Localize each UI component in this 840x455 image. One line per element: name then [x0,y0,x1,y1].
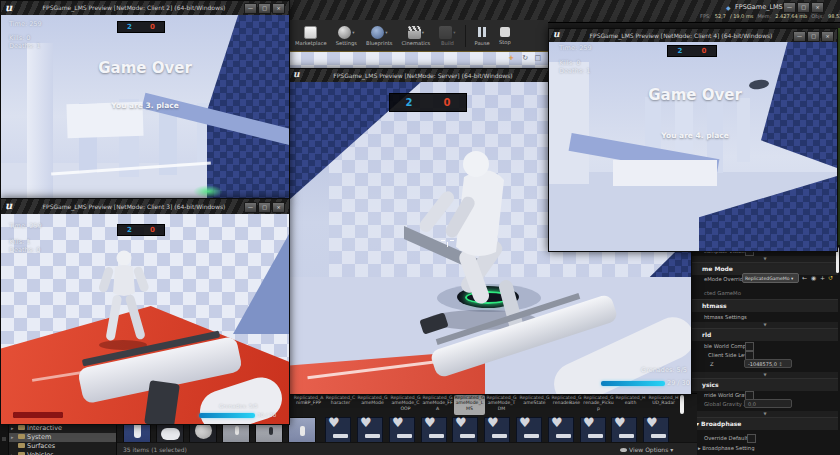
broadphase-section-header[interactable]: ▾ Broadphase [692,417,838,430]
maximize-button[interactable]: □ [258,202,271,213]
score-blue: 2 [390,94,428,111]
blueprints-label: Blueprints [366,40,392,46]
move-tool-icon[interactable]: + [508,52,514,65]
kill-z-field[interactable]: -1048575,0 ↕ [744,359,792,368]
spinner-icon: ↕ [778,361,782,367]
window-title-bar[interactable]: u FPSGame_LMS Preview [NetMode: Client 3… [1,199,289,215]
asset-label[interactable]: Replicated_GameMode_COOP [390,395,421,415]
wall-panel [613,160,717,186]
minimize-button[interactable]: — [244,3,257,14]
cinematics-button[interactable]: ▾ Cinematics [401,26,430,46]
asset-label[interactable]: Replicated_GameMode_TDM [486,395,517,415]
asset-thumbnail-heart[interactable]: ♥ [611,417,637,443]
content-browser-scrollbar[interactable] [680,395,684,414]
settings-button[interactable]: ▾ Settings [336,26,357,46]
stop-icon [500,27,510,37]
broadphase-settings-row[interactable]: ▸ Broadphase Setting [698,445,755,451]
asset-label[interactable]: Replicated_AnimBP_FPP [293,395,324,415]
window-controls: — □ × [793,31,834,42]
asset-label[interactable]: Replicated_GameMode_FFA [422,395,453,415]
asset-label-selected[interactable]: Replicated_GameMode_LMS [454,395,485,415]
asset-thumbnail-heart[interactable]: ♥ [548,417,574,443]
asset-label[interactable]: Replicated_Grenade_Pickup [583,395,614,415]
hud-deaths: Deaths: 0 [9,246,40,254]
score-bar: 2 0 [389,93,467,112]
window-title-bar[interactable]: u FPSGame_LMS Preview [NetMode: Client 4… [549,29,837,43]
kill-z-value: -1048575,0 [748,361,777,367]
unreal-logo-icon: u [5,2,12,13]
close-button[interactable]: × [811,2,824,13]
scale-tool-icon[interactable]: □ [534,52,541,65]
add-icon[interactable]: + [820,274,825,282]
expand-arrow-icon[interactable]: ▸ [11,433,16,442]
tree-item-label: Vehicles [27,451,54,455]
gamemode-override-dropdown[interactable]: ReplicatedGameMo ▾ [742,273,799,283]
asset-label[interactable]: Replicated_Health [615,395,646,415]
unreal-logo-icon: u [5,200,12,211]
ammo-bar [601,381,665,386]
game-viewport-client2[interactable]: Time: 259 Kills: 0 Deaths: 1 2 0 Game Ov… [1,15,289,199]
pause-button[interactable]: Pause [475,26,490,46]
objs-value: 98.527 [828,13,840,19]
maximize-button[interactable]: □ [258,3,271,14]
asset-label[interactable]: Replicated_GrenadeBase [551,395,582,415]
asset-thumbnail-heart[interactable]: ♥ [452,417,478,443]
crosshair [447,242,448,247]
view-options-button[interactable]: View Options ▾ [620,446,673,453]
asset-thumbnail-heart[interactable]: ♥ [580,417,606,443]
asset-thumbnail[interactable] [288,417,316,443]
build-button[interactable]: ▾ Build [439,26,455,46]
tree-item-interactive[interactable]: ▸Interactive [9,424,116,433]
rotate-tool-icon[interactable]: ↻ [522,52,528,65]
asset-thumbnail-heart[interactable]: ♥ [516,417,542,443]
expand-arrow-icon[interactable]: ▸ [11,424,16,433]
preview-window-client4: u FPSGame_LMS Preview [NetMode: Client 4… [548,28,838,252]
window-title-bar[interactable]: u FPSGame_LMS Preview [NetMode: Client 2… [1,1,289,16]
hud-time: Time: 259 [9,222,42,230]
override-default-broadphase-checkbox[interactable] [747,434,756,443]
close-button[interactable]: × [821,31,834,42]
minimize-button[interactable]: — [244,202,257,213]
asset-label[interactable]: Replicated_GameMode [357,395,388,415]
editor-app-icon: ◆ [726,4,731,11]
first-person-weapon [429,282,691,394]
hud-kills: Kills: 0 [559,59,580,67]
asset-thumbnail-heart[interactable]: ♥ [421,417,447,443]
marketplace-button[interactable]: Marketplace [295,26,327,46]
minimize-button[interactable]: — [783,2,796,13]
clapperboard-icon [408,26,421,39]
asset-thumbnail-heart[interactable]: ♥ [389,417,415,443]
lightmass-section-header[interactable]: htmass [692,299,838,312]
minimize-button[interactable]: — [793,31,806,42]
expand-arrow-icon[interactable]: ▸ [11,451,16,455]
game-viewport-client4[interactable]: Time: 259 Kills: 0 Deaths: 1 2 0 Game Ov… [549,42,837,251]
asset-thumbnail-heart[interactable]: ♥ [357,417,383,443]
pillar [737,98,750,162]
tree-item-surfaces[interactable]: Surfaces [9,442,116,451]
asset-thumbnail-heart[interactable]: ♥ [325,417,351,443]
blueprints-button[interactable]: ▾ Blueprints [366,26,392,46]
close-button[interactable]: × [272,202,285,213]
reset-icon[interactable]: ↺ [828,274,833,282]
close-button[interactable]: × [272,3,285,14]
enable-world-composition-checkbox[interactable] [745,342,754,351]
asset-thumbnail-heart[interactable]: ♥ [643,417,669,443]
asset-label[interactable]: Replicated_GameState [519,395,550,415]
game-viewport-client3[interactable]: Time: 259 Kills: 1 Deaths: 0 2 0 Grenade… [1,214,289,424]
stop-button[interactable]: Stop [499,26,511,45]
maximize-button[interactable]: □ [807,31,820,42]
physics-section-header[interactable]: ysics [692,378,838,391]
tree-item-system[interactable]: ▸System [9,433,116,442]
maximize-button[interactable]: □ [797,2,810,13]
hud-time: Time: 259 [9,20,42,28]
use-selected-icon[interactable]: ← [802,274,807,282]
asset-label[interactable]: Replicated_HUD_Radar [648,395,679,415]
scrollbar-thumb[interactable] [2,437,6,441]
fps-value: 52,7 [715,13,726,19]
asset-label[interactable]: Replicated_Character [325,395,356,415]
browse-to-asset-icon[interactable]: ◉ [811,274,816,282]
override-world-gravity-label: rride World Grav [704,392,748,398]
tree-item-vehicles[interactable]: ▸Vehicles [9,451,116,455]
world-section-header[interactable]: rld [692,328,838,341]
asset-thumbnail-heart[interactable]: ♥ [484,417,510,443]
